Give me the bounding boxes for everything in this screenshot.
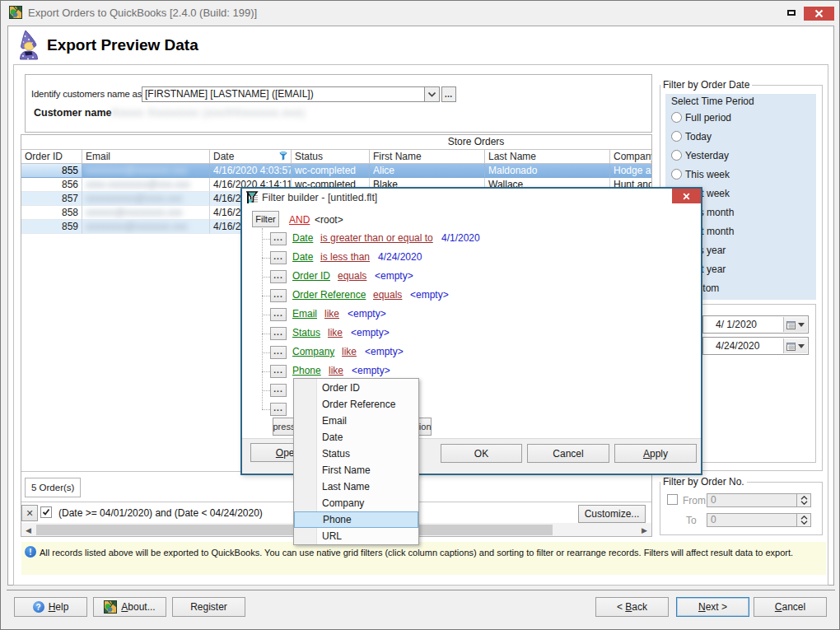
condition-menu-button[interactable]: ... bbox=[270, 232, 287, 245]
dropdown-arrow-icon bbox=[798, 344, 805, 348]
condition-menu-button[interactable]: ... bbox=[270, 289, 287, 302]
filter-by-order-date-legend: Filter by Order Date bbox=[660, 79, 752, 91]
condition-field-link[interactable]: Date bbox=[292, 232, 313, 244]
menu-item-date[interactable]: Date bbox=[294, 429, 418, 446]
time-period-option-this-week[interactable]: This week bbox=[671, 165, 734, 184]
ok-button[interactable]: OK bbox=[441, 444, 522, 463]
combobox-ellipsis-button[interactable]: … bbox=[441, 86, 456, 102]
date-from-calendar-button[interactable] bbox=[783, 317, 807, 332]
condition-menu-button[interactable]: ... bbox=[270, 270, 287, 283]
menu-item-last-name[interactable]: Last Name bbox=[294, 478, 418, 495]
condition-menu-button[interactable]: ... bbox=[270, 327, 287, 340]
condition-value-link[interactable]: <empty> bbox=[365, 346, 404, 357]
next-button[interactable]: Next > bbox=[676, 597, 749, 617]
group-operator-link[interactable]: AND bbox=[289, 214, 310, 226]
time-period-option-today[interactable]: Today bbox=[671, 127, 734, 146]
condition-value-link[interactable]: <empty> bbox=[352, 365, 390, 376]
condition-operator-link[interactable]: like bbox=[329, 365, 343, 376]
filter-by-order-no-legend: Filter by Order No. bbox=[660, 476, 747, 488]
filter-close-button[interactable]: ✕ bbox=[21, 505, 38, 521]
combobox-dropdown-button[interactable] bbox=[425, 86, 440, 102]
close-button[interactable] bbox=[804, 7, 834, 21]
condition-value-link[interactable]: <empty> bbox=[351, 327, 390, 338]
date-to-field[interactable]: 4/24/2020 bbox=[702, 337, 809, 355]
column-header-company[interactable]: Company bbox=[610, 150, 652, 164]
date-from-field[interactable]: 4/ 1/2020 bbox=[702, 315, 809, 334]
minimize-icon[interactable] bbox=[787, 10, 796, 16]
condition-menu-button[interactable]: ... bbox=[270, 403, 287, 416]
condition-field-link[interactable]: Company bbox=[292, 346, 334, 357]
calendar-icon bbox=[786, 320, 796, 329]
column-header-email[interactable]: Email bbox=[82, 150, 210, 164]
condition-value-link[interactable]: <empty> bbox=[410, 289, 449, 301]
condition-field-link[interactable]: Status bbox=[292, 327, 320, 338]
register-button[interactable]: Register bbox=[172, 597, 245, 617]
column-header-last-name[interactable]: Last Name bbox=[485, 150, 610, 164]
menu-item-phone[interactable]: Phone bbox=[294, 511, 418, 528]
menu-item-status[interactable]: Status bbox=[294, 446, 418, 462]
radio-label: Yesterday bbox=[685, 150, 729, 161]
dialog-close-button[interactable] bbox=[672, 189, 701, 203]
filter-enabled-checkbox[interactable] bbox=[40, 506, 52, 518]
cancel-button[interactable]: Cancel bbox=[754, 597, 827, 617]
menu-item-url[interactable]: URL bbox=[294, 528, 418, 544]
menu-item-email[interactable]: Email bbox=[294, 413, 418, 429]
column-header-order-id[interactable]: Order ID bbox=[21, 150, 82, 164]
filter-condition-row: ...Order Referenceequals<empty> bbox=[242, 287, 701, 306]
column-header-first-name[interactable]: First Name bbox=[370, 150, 485, 164]
condition-operator-link[interactable]: like bbox=[342, 346, 357, 357]
condition-menu-button[interactable]: ... bbox=[270, 308, 287, 321]
condition-menu-button[interactable]: ... bbox=[270, 384, 287, 397]
cell-order-id: 857 bbox=[21, 192, 82, 206]
condition-field-link[interactable]: Date bbox=[292, 251, 313, 263]
back-button[interactable]: < Back bbox=[595, 597, 669, 617]
menu-item-order-reference[interactable]: Order Reference bbox=[294, 396, 418, 413]
condition-menu-button[interactable]: ... bbox=[270, 365, 287, 378]
from-label: From bbox=[683, 495, 706, 506]
order-no-from-spinner[interactable] bbox=[797, 493, 811, 507]
order-no-filter-checkbox[interactable] bbox=[667, 494, 678, 505]
condition-field-link[interactable]: Order ID bbox=[292, 270, 330, 282]
condition-operator-link[interactable]: is greater than or equal to bbox=[320, 232, 433, 244]
condition-value-link[interactable]: <empty> bbox=[375, 270, 413, 282]
condition-field-link[interactable]: Email bbox=[292, 308, 317, 320]
condition-operator-link[interactable]: like bbox=[324, 308, 339, 320]
condition-field-link[interactable]: Phone bbox=[292, 365, 321, 376]
condition-operator-link[interactable]: like bbox=[328, 327, 343, 338]
condition-menu-button[interactable]: ... bbox=[270, 251, 287, 264]
condition-value-link[interactable]: <empty> bbox=[348, 308, 386, 320]
menu-item-order-id[interactable]: Order ID bbox=[294, 380, 418, 396]
active-filter-text[interactable]: (Date >= 04/01/2020) and (Date < 04/24/2… bbox=[58, 507, 263, 519]
help-button[interactable]: ?Help bbox=[14, 597, 87, 617]
about-button[interactable]: About... bbox=[93, 597, 166, 617]
scroll-right-icon[interactable]: ▶ bbox=[637, 523, 651, 537]
identify-customers-combobox[interactable]: [FIRSTNAME] [LASTNAME] ([EMAIL]) bbox=[142, 86, 425, 102]
band-header[interactable]: Store Orders bbox=[21, 135, 652, 150]
scroll-left-icon[interactable]: ◀ bbox=[21, 523, 35, 537]
dialog-filter-button[interactable]: Filter bbox=[252, 211, 279, 227]
dropdown-arrow-icon bbox=[798, 323, 805, 327]
menu-item-company[interactable]: Company bbox=[294, 495, 418, 511]
condition-value-link[interactable]: 4/1/2020 bbox=[441, 232, 480, 244]
column-header-status[interactable]: Status bbox=[292, 150, 370, 164]
date-to-calendar-button[interactable] bbox=[783, 338, 807, 353]
radio-label: Full period bbox=[685, 112, 731, 124]
condition-operator-link[interactable]: is less than bbox=[320, 251, 370, 263]
condition-operator-link[interactable]: equals bbox=[338, 270, 366, 282]
time-period-option-yesterday[interactable]: Yesterday bbox=[671, 146, 734, 165]
grid-row-855[interactable]: 855xxxxxxxx@xxxxxxx.xxx4/16/2020 4:03:57… bbox=[21, 164, 652, 178]
condition-value-link[interactable]: 4/24/2020 bbox=[378, 251, 422, 263]
dialog-cancel-button[interactable]: Cancel bbox=[527, 444, 609, 463]
apply-button[interactable]: Apply bbox=[614, 444, 697, 463]
column-filter-icon[interactable] bbox=[279, 152, 287, 163]
customize-button[interactable]: Customize... bbox=[578, 505, 646, 523]
order-no-from-input[interactable]: 0 bbox=[707, 493, 797, 507]
order-no-to-input[interactable]: 0 bbox=[707, 513, 797, 527]
menu-item-first-name[interactable]: First Name bbox=[294, 462, 418, 478]
order-no-to-spinner[interactable] bbox=[797, 513, 811, 527]
condition-menu-button[interactable]: ... bbox=[270, 346, 287, 359]
time-period-option-full-period[interactable]: Full period bbox=[671, 108, 734, 127]
condition-operator-link[interactable]: equals bbox=[373, 289, 402, 301]
condition-field-link[interactable]: Order Reference bbox=[292, 289, 366, 301]
info-text: All records listed above will be exporte… bbox=[40, 548, 793, 558]
